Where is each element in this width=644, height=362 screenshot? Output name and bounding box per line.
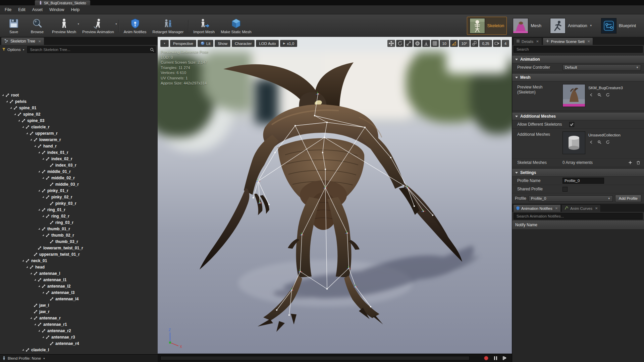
profile-name-input[interactable] (562, 178, 604, 184)
section-additional-meshes[interactable]: Additional Meshes (512, 113, 644, 120)
bone-joint[interactable] (370, 306, 371, 307)
rotation-snap-value[interactable]: 10° (459, 40, 470, 47)
tree-item-antennae_l[interactable]: antennae_l (0, 270, 158, 277)
options-button[interactable]: Options ▼ (2, 48, 25, 52)
close-icon[interactable]: ✕ (587, 40, 590, 43)
lod-auto-button[interactable]: LOD Auto (256, 40, 279, 47)
preview-controller-dropdown[interactable]: Default▼ (562, 64, 641, 71)
reset-to-default-icon[interactable] (605, 139, 610, 145)
bone-joint[interactable] (414, 205, 415, 207)
tree-item-index_03_r[interactable]: index_03_r (0, 162, 158, 168)
notifies-search-input[interactable] (514, 213, 643, 220)
translate-tool-button[interactable] (387, 40, 395, 47)
tree-item-thumb_02_r[interactable]: thumb_02_r (0, 232, 158, 238)
timeline-scrubber[interactable] (160, 356, 470, 360)
tree-item-antennae_r2[interactable]: antennae_r2 (0, 327, 158, 334)
bone-joint[interactable] (322, 152, 323, 153)
tree-item-pinky_03_r[interactable]: pinky_03_r (0, 200, 158, 206)
tree-item-head[interactable]: head (0, 264, 158, 270)
tab-animation-notifies[interactable]: Animation Notifies ✕ (513, 204, 561, 212)
bone-joint[interactable] (432, 215, 433, 216)
close-icon[interactable]: ✕ (536, 40, 539, 43)
menu-help[interactable]: Help (67, 6, 83, 13)
retarget-manager-button[interactable]: Retarget Manager (150, 17, 187, 35)
menu-asset[interactable]: Asset (29, 6, 46, 13)
tree-item-lowerarm_r[interactable]: lowerarm_r (0, 136, 158, 143)
close-icon[interactable]: ✕ (595, 206, 598, 210)
show-menu-button[interactable]: Show (215, 40, 230, 47)
rotate-tool-button[interactable] (396, 40, 404, 47)
section-settings[interactable]: Settings (512, 169, 644, 177)
expander-icon[interactable] (42, 336, 44, 338)
mode-skeleton-button[interactable]: Skeleton (467, 17, 507, 35)
tree-item-antennae_r1[interactable]: antennae_r1 (0, 321, 158, 327)
perspective-button[interactable]: Perspective (170, 40, 196, 47)
expander-icon[interactable] (34, 279, 36, 281)
bone-joint[interactable] (288, 314, 290, 316)
tree-item-middle_01_r[interactable]: middle_01_r (0, 168, 158, 175)
allow-different-skeletons-checkbox[interactable] (569, 122, 574, 127)
bone-joint[interactable] (314, 115, 315, 116)
expander-icon[interactable] (42, 158, 44, 160)
use-selected-icon[interactable] (588, 92, 594, 98)
close-icon[interactable]: ✕ (38, 40, 41, 43)
menu-file[interactable]: File (1, 6, 15, 13)
tree-item-neck_01[interactable]: neck_01 (0, 257, 158, 264)
expander-icon[interactable] (38, 190, 40, 191)
tree-item-middle_02_r[interactable]: middle_02_r (0, 175, 158, 181)
tree-item-spine_02[interactable]: spine_02 (0, 111, 158, 117)
import-mesh-button[interactable]: Import Mesh (190, 17, 218, 35)
chevron-down-icon[interactable]: ▼ (590, 24, 592, 27)
tree-item-jaw_l[interactable]: jaw_l (0, 302, 158, 308)
save-button[interactable]: Save (2, 17, 25, 35)
tree-item-clavicle_r[interactable]: clavicle_r (0, 124, 158, 130)
scale-tool-button[interactable] (405, 40, 413, 47)
reset-to-default-icon[interactable] (605, 92, 610, 98)
tree-item-thumb_01_r[interactable]: thumb_01_r (0, 226, 158, 232)
expander-icon[interactable] (38, 209, 40, 210)
chevron-down-icon[interactable]: ▼ (115, 23, 117, 25)
lit-mode-button[interactable]: Lit (198, 40, 213, 47)
expander-icon[interactable] (34, 323, 36, 325)
expander-icon[interactable] (2, 94, 4, 96)
close-icon[interactable]: ✕ (555, 206, 558, 210)
expander-icon[interactable] (38, 330, 40, 331)
use-selected-icon[interactable] (588, 139, 594, 145)
bone-joint[interactable] (390, 157, 391, 158)
expander-icon[interactable] (30, 139, 32, 140)
expander-icon[interactable] (30, 317, 32, 319)
shared-profile-checkbox[interactable] (562, 187, 568, 192)
tree-item-ring_01_r[interactable]: ring_01_r (0, 206, 158, 213)
preview-mesh-thumbnail[interactable] (562, 84, 585, 107)
additional-meshes-thumbnail[interactable] (562, 131, 585, 154)
tree-item-spine_03[interactable]: spine_03 (0, 117, 158, 124)
expander-icon[interactable] (6, 101, 8, 102)
bone-joint[interactable] (274, 152, 276, 153)
expander-icon[interactable] (10, 107, 12, 109)
tree-item-upperarm_twist_01_r[interactable]: upperarm_twist_01_r (0, 251, 158, 257)
tree-item-antennae_l1[interactable]: antennae_l1 (0, 277, 158, 283)
scale-snap-toggle-button[interactable] (471, 40, 478, 47)
bone-joint[interactable] (253, 197, 254, 198)
expander-icon[interactable] (22, 349, 24, 351)
bone-joint[interactable] (325, 169, 326, 170)
tree-item-pelvis[interactable]: pelvis (0, 98, 158, 105)
menu-window[interactable]: Window (46, 6, 67, 13)
expander-icon[interactable] (14, 113, 16, 115)
expander-icon[interactable] (26, 132, 28, 134)
add-element-icon[interactable] (628, 160, 633, 165)
tree-item-hand_r[interactable]: hand_r (0, 143, 158, 149)
tree-item-index_01_r[interactable]: index_01_r (0, 149, 158, 156)
bone-joint[interactable] (268, 204, 270, 205)
bone-joint[interactable] (276, 309, 277, 311)
details-search-input[interactable] (514, 46, 643, 53)
expander-icon[interactable] (30, 273, 32, 274)
expander-icon[interactable] (22, 260, 24, 261)
scale-snap-value[interactable]: 0,25 (479, 40, 492, 47)
expander-icon[interactable] (42, 196, 44, 198)
skeleton-tree-search-input[interactable] (27, 46, 156, 53)
grid-snap-toggle-button[interactable] (431, 40, 439, 47)
expander-icon[interactable] (42, 234, 44, 236)
expander-icon[interactable] (42, 177, 44, 179)
viewport-options-button[interactable]: ▼ (160, 40, 169, 47)
